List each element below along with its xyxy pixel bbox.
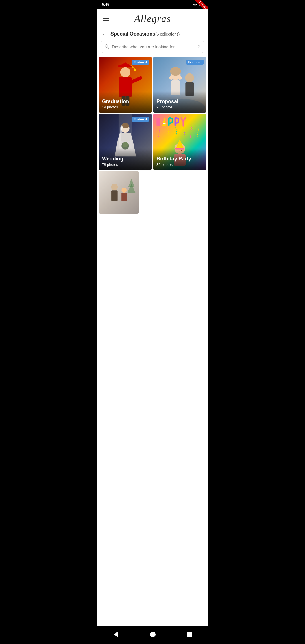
nav-home-button[interactable]	[144, 630, 161, 638]
bottom-nav	[97, 626, 208, 644]
svg-point-49	[111, 184, 118, 190]
card-subtitle-wedding: 78 photos	[102, 162, 149, 167]
svg-point-51	[121, 188, 127, 193]
clear-search-button[interactable]: ×	[197, 44, 201, 50]
collection-card-wedding[interactable]: Featured Wedding 78 photos	[99, 114, 152, 170]
svg-marker-47	[176, 139, 184, 149]
svg-rect-35	[175, 118, 176, 126]
svg-marker-7	[120, 62, 131, 66]
featured-badge-graduation: Featured	[132, 60, 149, 65]
card-subtitle-proposal: 26 photos	[156, 105, 203, 109]
svg-marker-54	[127, 184, 136, 193]
svg-rect-34	[168, 118, 170, 126]
svg-line-41	[176, 127, 177, 138]
back-button[interactable]: ←	[102, 31, 108, 37]
svg-line-43	[190, 127, 192, 138]
collection-card-proposal[interactable]: Featured Proposal 26 photos	[153, 57, 206, 113]
collections-grid: Featured Graduation 19 photos	[97, 57, 208, 214]
app-container: Allegras ← Special Occasions (5 collecti…	[97, 9, 208, 626]
svg-marker-32	[162, 118, 166, 126]
featured-badge-wedding: Featured	[132, 117, 149, 122]
svg-line-8	[131, 65, 135, 69]
collection-card-graduation[interactable]: Featured Graduation 19 photos	[99, 57, 152, 113]
svg-rect-31	[158, 118, 160, 126]
svg-point-19	[169, 76, 173, 80]
search-input[interactable]	[112, 44, 197, 49]
svg-point-25	[121, 123, 129, 129]
app-logo: Allegras	[134, 13, 171, 25]
app-header: Allegras	[97, 9, 208, 29]
svg-line-12	[132, 78, 141, 82]
card-overlay-wedding: Wedding 78 photos	[99, 149, 152, 170]
collection-card-partial[interactable]	[99, 171, 139, 214]
card-overlay-birthday: Birthday Party 32 photos	[153, 149, 206, 170]
featured-badge-proposal: Featured	[186, 60, 204, 65]
svg-rect-50	[111, 190, 118, 201]
svg-point-28	[123, 142, 128, 147]
svg-point-21	[185, 73, 194, 82]
nav-recent-button[interactable]	[181, 631, 198, 638]
svg-line-39	[158, 129, 160, 138]
nav-back-button[interactable]	[107, 631, 124, 638]
card-title-wedding: Wedding	[102, 156, 149, 162]
svg-point-9	[134, 69, 136, 71]
menu-button[interactable]	[103, 17, 109, 21]
card-subtitle-graduation: 19 photos	[102, 105, 149, 109]
svg-line-40	[168, 127, 169, 137]
page-title: Special Occasions	[110, 31, 155, 37]
search-bar[interactable]: ×	[101, 41, 204, 53]
status-time: 5:45	[102, 2, 109, 6]
status-bar: 5:45 DEBUG	[97, 0, 208, 9]
card-title-birthday: Birthday Party	[156, 156, 203, 162]
card-title-proposal: Proposal	[156, 99, 203, 105]
svg-rect-52	[121, 193, 127, 201]
svg-rect-26	[121, 133, 130, 141]
page-header: ← Special Occasions (5 collections)	[97, 29, 208, 41]
svg-line-44	[197, 129, 199, 138]
svg-rect-33	[163, 123, 165, 124]
svg-line-5	[108, 47, 109, 48]
card-title-graduation: Graduation	[102, 99, 149, 105]
collections-count: (5 collections)	[155, 32, 180, 36]
card-overlay-proposal: Proposal 26 photos	[153, 92, 206, 113]
search-icon	[104, 44, 109, 50]
collection-card-birthday[interactable]: Birthday Party 32 photos	[153, 114, 206, 170]
card-subtitle-birthday: 32 photos	[156, 162, 203, 167]
svg-point-10	[120, 67, 130, 77]
card-overlay-graduation: Graduation 19 photos	[99, 92, 152, 113]
svg-point-17	[170, 67, 181, 76]
svg-point-20	[178, 76, 182, 80]
svg-line-42	[184, 129, 185, 136]
